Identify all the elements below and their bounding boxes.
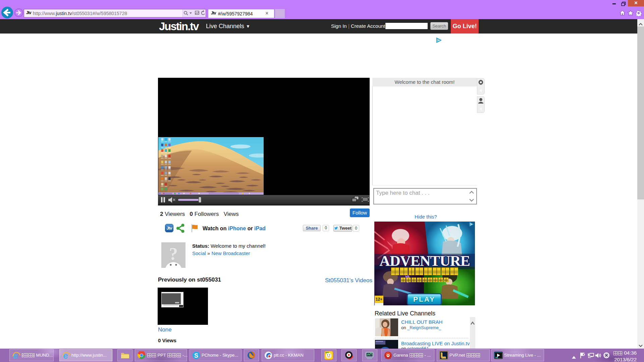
svg-text:?: ? <box>169 244 178 263</box>
svg-text:S: S <box>194 352 198 359</box>
svg-text:PPS: PPS <box>325 352 329 354</box>
